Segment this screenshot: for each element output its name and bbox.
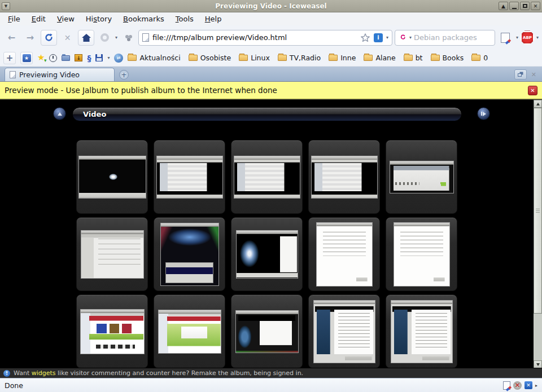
bookmark-folder-label: TV,Radio xyxy=(290,54,321,62)
scrollbar-thumb[interactable] xyxy=(534,108,542,314)
video-thumbnail[interactable] xyxy=(386,294,457,368)
scroll-down-button[interactable] xyxy=(534,360,542,368)
video-thumbnail[interactable] xyxy=(154,140,225,214)
video-thumbnail[interactable] xyxy=(76,294,148,368)
page-scrollbar[interactable] xyxy=(534,100,542,368)
bookmark-folder-tv,radio[interactable]: TV,Radio xyxy=(278,54,321,62)
shade-button[interactable]: ▲ xyxy=(499,2,508,10)
url-input[interactable]: file:///tmp/album preview/Video.html xyxy=(152,33,357,42)
windows-icon xyxy=(518,73,522,77)
chevron-down-icon[interactable]: ▾ xyxy=(516,35,518,40)
video-thumbnail[interactable] xyxy=(154,294,225,368)
list-all-tabs-button[interactable] xyxy=(514,69,527,80)
bookmark-folder-inne[interactable]: Inne xyxy=(329,54,356,62)
maximize-button[interactable] xyxy=(520,2,530,10)
new-button[interactable]: + xyxy=(3,52,16,64)
search-engine-dropdown-icon[interactable]: ▾ xyxy=(409,35,412,40)
chevron-down-icon[interactable]: ▾ xyxy=(115,35,117,40)
extension-x-icon[interactable]: ✕ xyxy=(524,381,532,389)
video-thumbnail[interactable] xyxy=(308,294,380,368)
thumb-media-player xyxy=(78,156,146,199)
bookmark-folder-aktualności[interactable]: Aktualności xyxy=(128,54,180,62)
extension-button[interactable] xyxy=(120,30,136,46)
window-menu-icon[interactable]: ▼ xyxy=(2,2,10,10)
edit-page-button[interactable] xyxy=(497,30,514,46)
bookmark-folder-label: Alane xyxy=(375,54,395,62)
history-clock-icon[interactable] xyxy=(49,54,57,62)
save-icon[interactable] xyxy=(95,54,103,61)
folder-icon xyxy=(128,55,137,61)
bookmark-folder-0[interactable]: 0 xyxy=(471,54,488,62)
navigation-toolbar: ← → ✕ ▾ file:///tmp/album preview/Video.… xyxy=(0,25,542,50)
menu-file[interactable]: File xyxy=(2,14,26,24)
menu-help[interactable]: Help xyxy=(199,14,228,24)
video-thumbnail[interactable] xyxy=(154,217,225,291)
notification-close-button[interactable]: ✕ xyxy=(528,86,537,95)
stop-button[interactable]: ✕ xyxy=(59,30,76,46)
video-thumbnail[interactable] xyxy=(76,217,148,291)
reload-icon xyxy=(44,33,54,42)
downloads-icon[interactable]: ↓ xyxy=(75,54,82,61)
back-button[interactable]: ← xyxy=(3,30,20,46)
scrapbook-icon[interactable]: § xyxy=(87,54,91,63)
album-up-button[interactable] xyxy=(53,107,66,120)
thumb-realplayer-setup xyxy=(391,300,453,363)
widgets-message-suffix: like visitor commenting and counter here… xyxy=(56,369,304,377)
scroll-up-button[interactable] xyxy=(534,100,542,108)
thumb-xine-player xyxy=(160,223,219,286)
bookmark-star-icon[interactable] xyxy=(360,33,370,43)
close-tab-button[interactable]: ✕ xyxy=(531,71,540,78)
bookmark-folder-bt[interactable]: bt xyxy=(404,54,423,62)
url-dropdown-icon[interactable]: ▾ xyxy=(386,35,388,40)
identity-icon[interactable]: i xyxy=(374,33,383,42)
arrow-down-icon xyxy=(536,363,540,366)
bookmark-folder-osobiste[interactable]: Osobiste xyxy=(189,54,231,62)
video-thumbnail[interactable] xyxy=(231,140,303,214)
page-favicon xyxy=(142,33,149,42)
reload-button[interactable] xyxy=(41,30,57,46)
blocked-globe-icon[interactable] xyxy=(513,381,522,390)
bookmark-folder-books[interactable]: Books xyxy=(431,54,464,62)
chevron-down-icon[interactable]: ▾ xyxy=(107,55,110,60)
open-folder-icon[interactable] xyxy=(62,55,70,61)
bookmarks-sidebar-button[interactable]: ★ xyxy=(20,52,33,64)
edit-page-icon[interactable] xyxy=(503,381,510,390)
globe-sync-icon[interactable]: ⇄ xyxy=(114,54,123,63)
menu-history[interactable]: History xyxy=(80,14,117,24)
new-tab-button[interactable]: + xyxy=(119,70,129,80)
adblock-plus-icon[interactable]: ABP xyxy=(521,31,534,45)
menu-bookmarks[interactable]: Bookmarks xyxy=(117,14,170,24)
forward-button[interactable]: → xyxy=(22,30,38,46)
bookmarks-toolbar: + ★ ★ ↓ § ▾ ⇄ AktualnościOsobisteLinuxTV… xyxy=(0,50,542,67)
album-page: Video xyxy=(0,99,542,368)
url-bar[interactable]: file:///tmp/album preview/Video.html i ▾ xyxy=(138,30,392,46)
throbber xyxy=(97,30,113,46)
video-thumbnail[interactable] xyxy=(231,217,303,291)
video-thumbnail[interactable] xyxy=(308,140,380,214)
video-thumbnail[interactable] xyxy=(231,294,303,368)
extension-icon xyxy=(125,35,129,38)
chevron-down-icon[interactable]: ▾ xyxy=(536,35,539,40)
bookmark-folder-linux[interactable]: Linux xyxy=(239,54,270,62)
menu-view[interactable]: View xyxy=(51,14,80,24)
search-bar[interactable]: ▾ Debian packages xyxy=(395,30,495,46)
video-thumbnail[interactable] xyxy=(76,140,148,214)
menu-tools[interactable]: Tools xyxy=(170,14,199,24)
bookmark-folder-alane[interactable]: Alane xyxy=(364,54,395,62)
video-thumbnail[interactable] xyxy=(308,217,380,291)
video-thumbnail[interactable] xyxy=(386,140,457,214)
debian-search-engine-icon[interactable] xyxy=(399,33,407,42)
slideshow-button[interactable] xyxy=(477,107,490,120)
chevron-right-icon[interactable]: ▸ xyxy=(535,383,537,388)
close-button[interactable]: ✕ xyxy=(531,2,540,10)
tab-previewing-video[interactable]: Previewing Video xyxy=(5,68,115,81)
menu-edit[interactable]: Edit xyxy=(26,14,51,24)
video-thumbnail[interactable] xyxy=(386,217,457,291)
minimize-button[interactable] xyxy=(509,2,519,10)
search-input[interactable]: Debian packages xyxy=(414,33,477,42)
widgets-link[interactable]: widgets xyxy=(32,369,56,377)
arrow-up-icon xyxy=(536,103,540,105)
home-button[interactable] xyxy=(78,30,94,46)
plus-icon: + xyxy=(6,53,14,63)
starred-download-icon[interactable]: ★ xyxy=(37,54,45,62)
